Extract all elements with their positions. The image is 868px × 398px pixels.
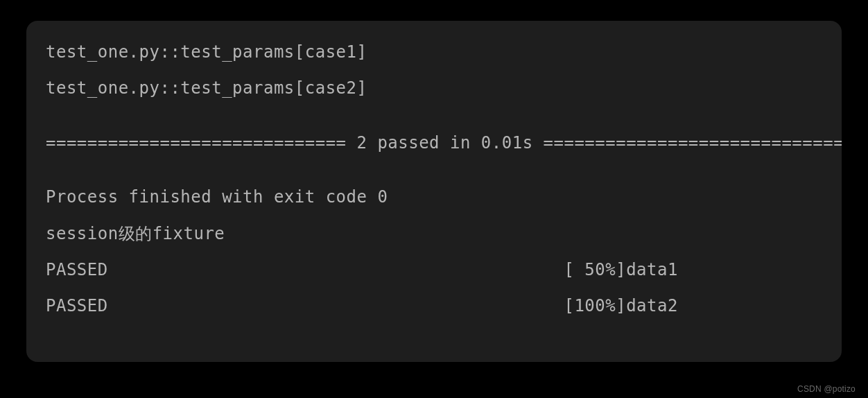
- terminal-output-panel: test_one.py::test_params[case1] test_one…: [26, 21, 842, 362]
- blank-line: [46, 116, 822, 134]
- test-result-line: PASSED [100%]data2: [46, 297, 822, 315]
- test-collected-line: test_one.py::test_params[case2]: [46, 79, 822, 97]
- test-collected-line: test_one.py::test_params[case1]: [46, 43, 822, 61]
- test-summary-line: ============================= 2 passed i…: [46, 134, 822, 152]
- test-result-line: PASSED [ 50%]data1: [46, 261, 822, 279]
- session-fixture-line: session级的fixture: [46, 225, 822, 243]
- process-exit-line: Process finished with exit code 0: [46, 188, 822, 206]
- watermark-text: CSDN @potizo: [797, 384, 856, 394]
- blank-line: [46, 170, 822, 188]
